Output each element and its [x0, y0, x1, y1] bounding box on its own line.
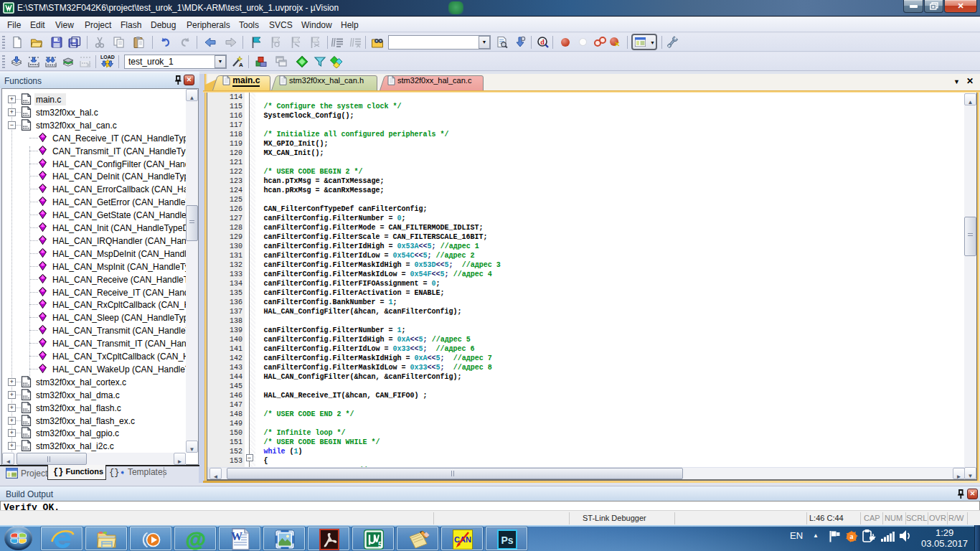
- svg-text:5: 5: [378, 540, 382, 548]
- svg-text:Ps: Ps: [501, 534, 513, 545]
- svg-text:a: a: [850, 532, 854, 540]
- svg-text:@: @: [186, 529, 206, 550]
- svg-text:A: A: [239, 62, 243, 68]
- svg-text:d: d: [540, 38, 545, 46]
- svg-text:LOAD: LOAD: [100, 55, 115, 60]
- svg-text:W: W: [231, 530, 242, 542]
